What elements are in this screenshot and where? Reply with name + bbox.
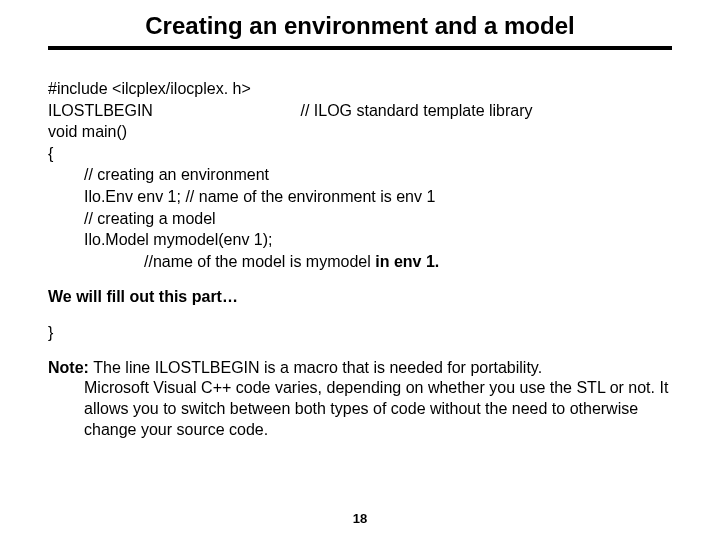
code-emph: in env 1. [375, 253, 439, 270]
slide-title: Creating an environment and a model [48, 12, 672, 50]
code-line: We will fill out this part… [48, 286, 672, 308]
code-line: ILOSTLBEGIN // ILOG standard template li… [48, 100, 672, 122]
code-block: #include <ilcplex/ilocplex. h> ILOSTLBEG… [48, 78, 672, 344]
note-block: Note: The line ILOSTLBEGIN is a macro th… [48, 358, 672, 441]
slide: Creating an environment and a model #inc… [0, 0, 720, 540]
code-line: { [48, 143, 672, 165]
code-line: // creating an environment [48, 164, 672, 186]
note-text: Microsoft Visual C++ code varies, depend… [48, 378, 672, 440]
page-number: 18 [0, 511, 720, 526]
code-line: } [48, 322, 672, 344]
code-comment: //name of the model is mymodel [144, 253, 375, 270]
note-label: Note: [48, 359, 93, 376]
code-comment: // ILOG standard template library [300, 102, 532, 119]
code-token: ILOSTLBEGIN [48, 100, 296, 122]
code-line: #include <ilcplex/ilocplex. h> [48, 78, 672, 100]
code-line: void main() [48, 121, 672, 143]
code-line: Ilo.Env env 1; // name of the environmen… [48, 186, 672, 208]
note-text: The line ILOSTLBEGIN is a macro that is … [93, 359, 542, 376]
code-line: // creating a model [48, 208, 672, 230]
code-line: //name of the model is mymodel in env 1. [48, 251, 672, 273]
code-line: Ilo.Model mymodel(env 1); [48, 229, 672, 251]
